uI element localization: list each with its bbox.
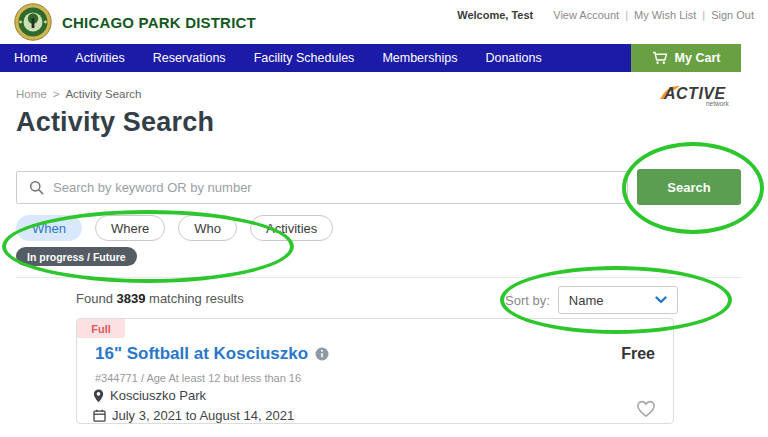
search-input[interactable] [53,172,613,203]
calendar-icon [93,409,106,422]
sort-by-label: Sort by: [505,293,550,308]
location-pin-icon [93,389,104,403]
sort-dropdown[interactable]: Name [558,286,678,314]
activity-dates-row: July 3, 2021 to August 14, 2021 [93,408,294,423]
search-icon [29,180,44,195]
filter-pill-activities[interactable]: Activities [250,215,333,241]
filter-pills: When Where Who Activities [16,215,333,241]
nav-item-donations[interactable]: Donations [471,44,555,72]
nav-item-facility-schedules[interactable]: Facility Schedules [240,44,369,72]
nav-item-reservations[interactable]: Reservations [139,44,240,72]
activity-meta: #344771 / Age At least 12 but less than … [95,372,301,384]
main-nav: Home Activities Reservations Facility Sc… [0,44,741,72]
filter-pill-when[interactable]: When [16,215,82,241]
breadcrumb-home[interactable]: Home [16,88,47,100]
search-box [16,171,628,204]
favorite-heart-icon[interactable] [635,398,657,418]
activity-dates: July 3, 2021 to August 14, 2021 [112,408,294,423]
activity-card: Full 16" Softball at Kosciuszko Free #34… [76,318,674,424]
nav-item-memberships[interactable]: Memberships [368,44,471,72]
site-header: CHICAGO PARK DISTRICT Welcome, Test View… [0,0,768,44]
info-icon[interactable] [315,347,329,361]
link-separator: | [625,9,628,21]
activity-location: Kosciuszko Park [110,388,206,403]
chevron-down-icon [655,296,667,304]
sign-out-link[interactable]: Sign Out [711,9,754,21]
active-network-logo: ACTIVE network [654,82,742,110]
my-cart-label: My Cart [675,51,721,65]
section-divider [16,277,741,278]
sort-dropdown-value: Name [569,293,604,308]
cart-icon [652,51,668,65]
results-count: 3839 [117,291,146,306]
activity-title-link[interactable]: 16" Softball at Kosciuszko [95,344,329,364]
wish-list-link[interactable]: My Wish List [634,9,696,21]
sort-area: Sort by: Name [505,286,678,314]
applied-filter-tag[interactable]: In progress / Future [16,247,137,266]
breadcrumb-current: Activity Search [65,88,141,100]
account-links: Welcome, Test View Account | My Wish Lis… [457,9,754,21]
activity-location-row: Kosciuszko Park [93,388,206,403]
breadcrumb-separator: > [53,88,60,100]
results-count-text: Found 3839 matching results [76,291,244,306]
link-separator: | [702,9,705,21]
filter-pill-who[interactable]: Who [178,215,237,241]
activity-search-page: CHICAGO PARK DISTRICT Welcome, Test View… [0,0,768,437]
my-cart-button[interactable]: My Cart [631,44,741,72]
brand-title[interactable]: CHICAGO PARK DISTRICT [62,14,256,31]
view-account-link[interactable]: View Account [553,9,619,21]
nav-item-home[interactable]: Home [0,44,61,72]
status-badge: Full [77,319,125,338]
svg-text:network: network [706,100,730,107]
welcome-text: Welcome, Test [457,9,533,21]
search-button[interactable]: Search [637,169,741,205]
activity-price: Free [621,345,655,363]
page-title: Activity Search [16,107,214,138]
breadcrumb: Home > Activity Search [16,88,141,100]
filter-pill-where[interactable]: Where [95,215,165,241]
chicago-park-district-seal-logo[interactable] [14,3,52,41]
nav-item-activities[interactable]: Activities [61,44,138,72]
